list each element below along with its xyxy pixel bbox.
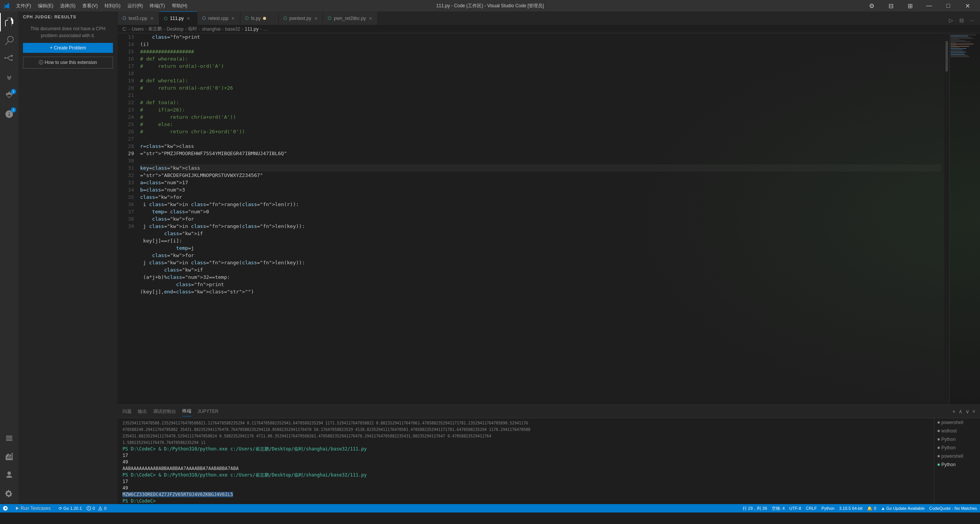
tab-close-text3cpp[interactable]: ×: [150, 15, 154, 21]
panel-maximize-btn[interactable]: ∧: [959, 408, 962, 414]
tab-close-pwn-ret2libcpy[interactable]: ×: [368, 15, 373, 21]
terminal-item-powershell2[interactable]: powershell: [934, 452, 980, 460]
activity-remote[interactable]: [0, 429, 18, 447]
activity-chart[interactable]: [0, 447, 18, 466]
panel-tab-output[interactable]: 输出: [138, 407, 147, 416]
tab-close-pwntextpy[interactable]: ×: [314, 15, 318, 21]
sidebar-title: CPH JUDGE: RESULTS: [18, 11, 118, 22]
terminal-output[interactable]: 2352941176470588.2352941176470588821.117…: [118, 418, 934, 504]
activity-bar: 2 2: [0, 11, 18, 504]
menu-goto[interactable]: 转到(G): [101, 2, 123, 10]
breadcrumb-base32[interactable]: base32: [225, 26, 240, 32]
tab-text3cpp[interactable]: ⬡ text3.cpp ×: [118, 11, 159, 25]
panel-tab-jupyter[interactable]: JUPYTER: [198, 407, 219, 416]
activity-source-control[interactable]: [0, 50, 18, 68]
tab-icon-pwntextpy: ⬡: [283, 16, 287, 21]
panel-add-btn[interactable]: +: [952, 408, 956, 414]
terminal-item-python1[interactable]: Python: [934, 435, 980, 444]
terminal-item-powershell1[interactable]: powershell: [934, 418, 980, 427]
tab-label-text3cpp: text3.cpp: [129, 16, 147, 21]
tab-close-111py[interactable]: ×: [186, 15, 191, 21]
panel-tab-terminal[interactable]: 终端: [182, 406, 191, 416]
status-bar: Run Testcases ⟳ Go 1.20.1 0 0 行 29，列 39 …: [0, 504, 980, 513]
breadcrumb-desktop[interactable]: Desktop: [167, 26, 183, 32]
tab-modified-dot-fspy: [263, 17, 266, 20]
panel-tab-debug[interactable]: 调试控制台: [153, 407, 176, 416]
activity-accounts[interactable]: [0, 466, 18, 484]
tab-label-retestcpp: retest.cpp: [208, 16, 229, 21]
menu-help[interactable]: 帮助(H): [169, 2, 191, 10]
breadcrumb-temp[interactable]: 临时: [188, 26, 197, 32]
terminal-item-wslhost[interactable]: wslhost: [934, 427, 980, 435]
activity-bottom: [0, 429, 18, 504]
status-line-ending[interactable]: CRLF: [806, 506, 817, 511]
menu-terminal[interactable]: 终端(T): [147, 2, 168, 10]
window-settings-btn[interactable]: ⚙: [863, 0, 880, 11]
split-editor-button[interactable]: ⊟: [957, 16, 966, 25]
breadcrumb-current-file[interactable]: 111.py: [245, 26, 258, 32]
tab-icon-retestcpp: ⬡: [202, 16, 206, 21]
tab-retestcpp[interactable]: ⬡ retest.cpp ×: [198, 11, 240, 25]
run-split-button[interactable]: ▷: [947, 16, 956, 25]
status-go-version[interactable]: ⟳ Go 1.20.1: [59, 506, 82, 511]
menu-edit[interactable]: 编辑(E): [35, 2, 56, 10]
breadcrumb-c[interactable]: C:: [122, 26, 127, 32]
menu-select[interactable]: 选择(S): [57, 2, 78, 10]
tab-actions: ▷ ⊟ ···: [947, 16, 980, 25]
panel-tabs: 问题 输出 调试控制台 终端 JUPYTER + ∧ ∨ ×: [118, 405, 980, 418]
breadcrumb-more[interactable]: …: [263, 26, 268, 32]
tabs-bar: ⬡ text3.cpp × ⬡ 111.py × ⬡ retest.cpp × …: [118, 11, 980, 25]
activity-cph[interactable]: 2: [0, 105, 18, 123]
panel-minimize-btn[interactable]: ∨: [965, 408, 969, 414]
status-encoding[interactable]: UTF-8: [789, 506, 801, 511]
panel: 问题 输出 调试控制台 终端 JUPYTER + ∧ ∨ × 235294117…: [118, 404, 980, 504]
status-position[interactable]: 行 29，列 39: [743, 506, 767, 511]
activity-settings[interactable]: [0, 484, 18, 503]
close-button[interactable]: ✕: [959, 0, 976, 11]
vscode-icon: [4, 3, 10, 9]
activity-extensions[interactable]: 2: [0, 87, 18, 105]
scrollbar-thumb[interactable]: [946, 41, 948, 72]
window-layout-btn[interactable]: ⊟: [882, 0, 900, 11]
tab-icon-pwn-ret2libcpy: ⬡: [328, 16, 332, 21]
tab-pwn-ret2libcpy[interactable]: ⬡ pwn_ret2libc.py ×: [323, 11, 378, 25]
maximize-button[interactable]: □: [939, 0, 957, 11]
breadcrumb-shanghai[interactable]: shanghai: [202, 26, 220, 32]
panel-tab-problems[interactable]: 问题: [122, 407, 132, 416]
status-remote[interactable]: [3, 506, 8, 511]
status-spaces[interactable]: 空格: 4: [772, 506, 785, 511]
create-problem-button[interactable]: + Create Problem: [23, 43, 113, 53]
breadcrumb-username[interactable]: 崔志鹏: [148, 26, 162, 32]
terminal-item-python2[interactable]: Python: [934, 444, 980, 452]
run-testcases-button[interactable]: Run Testcases: [12, 505, 54, 512]
status-notifications[interactable]: 🔔 0: [867, 506, 876, 511]
breadcrumb-users[interactable]: Users: [132, 26, 144, 32]
status-code-quote[interactable]: CodeQuote - No Matches: [929, 506, 977, 511]
activity-search[interactable]: [0, 31, 18, 50]
editor-area: ⬡ text3.cpp × ⬡ 111.py × ⬡ retest.cpp × …: [118, 11, 980, 504]
activity-run-debug[interactable]: [0, 68, 18, 87]
tab-pwntextpy[interactable]: ⬡ pwntext.py ×: [279, 11, 323, 25]
status-go-update[interactable]: ▲ Go Update Available: [881, 506, 924, 511]
code-editor[interactable]: 1314151617181920212223242526272829303132…: [118, 33, 980, 404]
terminal-item-python3[interactable]: Python: [934, 460, 980, 469]
how-to-use-button[interactable]: ⓘ How to use this extension: [23, 57, 113, 69]
menu-run[interactable]: 运行(R): [124, 2, 146, 10]
tab-fspy[interactable]: ⬡ fs.py: [240, 11, 279, 25]
tab-111py[interactable]: ⬡ 111.py ×: [159, 11, 198, 25]
minimize-button[interactable]: —: [920, 0, 938, 11]
status-python-version[interactable]: 3.10.5 64-bit: [839, 506, 862, 511]
more-actions-button[interactable]: ···: [968, 16, 977, 25]
tab-label-fspy: fs.py: [251, 16, 261, 21]
tab-close-retestcpp[interactable]: ×: [231, 15, 235, 21]
menu-view[interactable]: 查看(V): [79, 2, 101, 10]
code-content[interactable]: class="fn">print(i)################### d…: [137, 33, 944, 404]
panel-close-btn[interactable]: ×: [972, 408, 975, 414]
status-language[interactable]: Python: [822, 506, 835, 511]
cph-badge: 2: [11, 107, 16, 113]
status-errors[interactable]: 0 0: [87, 506, 106, 511]
menu-file[interactable]: 文件(F): [13, 2, 34, 10]
activity-explorer[interactable]: [0, 13, 18, 31]
editor-scrollbar[interactable]: [944, 33, 949, 404]
window-split-btn[interactable]: ⊞: [901, 0, 919, 11]
